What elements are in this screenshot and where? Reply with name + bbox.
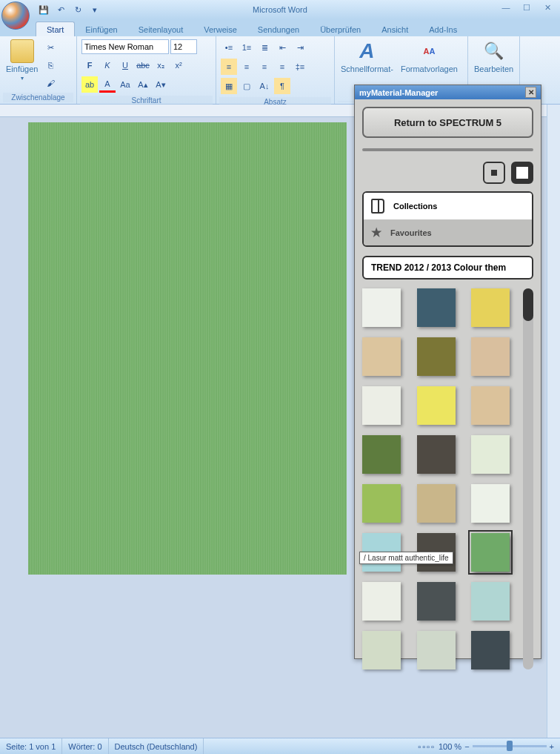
change-case-button[interactable]: Aa — [117, 76, 133, 93]
panel-close-button[interactable]: ✕ — [525, 87, 536, 98]
swatch-17[interactable] — [471, 533, 510, 572]
justify-button[interactable]: ≡ — [274, 59, 290, 75]
subscript-button[interactable]: x₂ — [153, 57, 169, 73]
document-page[interactable] — [28, 122, 347, 575]
swatch-23[interactable] — [471, 631, 510, 669]
format-painter-icon[interactable]: 🖌 — [42, 75, 59, 91]
swatch-3[interactable] — [362, 337, 401, 376]
swatch-9[interactable] — [362, 435, 401, 474]
line-spacing-button[interactable]: ‡≡ — [292, 59, 308, 75]
collection-title[interactable]: TREND 2012 / 2013 Colour them — [362, 256, 533, 280]
minimize-button[interactable]: — — [496, 1, 516, 13]
swatch-22[interactable] — [417, 631, 456, 669]
font-color-button[interactable]: A — [99, 76, 116, 93]
collections-tab[interactable]: Collections — [364, 193, 532, 219]
status-language[interactable]: Deutsch (Deutschland) — [109, 738, 204, 754]
bullets-button[interactable]: •≡ — [221, 39, 237, 56]
bold-button[interactable]: F — [81, 57, 98, 73]
zoom-in-button[interactable]: + — [550, 742, 554, 751]
undo-icon[interactable]: ↶ — [53, 1, 69, 18]
tab-seitenlayout[interactable]: Seitenlayout — [128, 22, 194, 36]
close-button[interactable]: ✕ — [538, 1, 557, 13]
change-styles-button[interactable]: AA Formatvorlagen — [398, 38, 461, 75]
underline-button[interactable]: U — [117, 57, 133, 73]
tab-verweise[interactable]: Verweise — [193, 22, 247, 36]
zoom-slider-thumb[interactable] — [507, 741, 513, 751]
swatch-2[interactable] — [471, 288, 510, 327]
swatch-12[interactable] — [362, 484, 401, 523]
redo-icon[interactable]: ↻ — [70, 1, 86, 18]
font-size-select[interactable] — [170, 39, 197, 54]
swatch-5[interactable] — [471, 337, 510, 376]
vertical-scrollbar[interactable] — [547, 105, 560, 738]
paste-label: Einfügen — [6, 65, 38, 73]
paste-icon — [10, 39, 34, 63]
mymaterial-panel: myMaterial-Manager ✕ Return to SPECTRUM … — [354, 85, 541, 659]
change-styles-label: Formatvorlagen — [401, 65, 458, 73]
tab-einfugen[interactable]: Einfügen — [75, 22, 127, 36]
quick-styles-button[interactable]: A Schnellformat- — [338, 38, 396, 75]
swatch-7[interactable] — [417, 386, 456, 425]
view-small-button[interactable] — [483, 162, 505, 184]
align-right-button[interactable]: ≡ — [256, 59, 273, 75]
save-icon[interactable]: 💾 — [36, 1, 52, 18]
view-buttons-icon[interactable]: ▫▫▫▫ — [418, 742, 436, 751]
swatch-scroll-thumb[interactable] — [523, 288, 533, 321]
editing-button[interactable]: 🔍 Bearbeiten — [471, 38, 516, 75]
swatch-14[interactable] — [471, 484, 510, 523]
tab-sendungen[interactable]: Sendungen — [247, 22, 310, 36]
swatch-0[interactable] — [362, 288, 401, 327]
swatch-scrollbar[interactable] — [523, 288, 533, 669]
swatch-6[interactable] — [362, 386, 401, 425]
copy-icon[interactable]: ⎘ — [42, 57, 59, 73]
font-family-select[interactable] — [81, 39, 169, 54]
italic-button[interactable]: K — [99, 57, 116, 73]
status-words[interactable]: Wörter: 0 — [62, 738, 108, 754]
swatch-19[interactable] — [417, 582, 456, 621]
multilevel-button[interactable]: ≣ — [256, 39, 273, 56]
increase-indent-button[interactable]: ⇥ — [292, 39, 308, 56]
paste-button[interactable]: Einfügen ▾ — [3, 38, 41, 83]
swatch-13[interactable] — [417, 484, 456, 523]
swatch-18[interactable] — [362, 582, 401, 621]
cut-icon[interactable]: ✂ — [42, 39, 59, 56]
swatch-8[interactable] — [471, 386, 510, 425]
shrink-font-button[interactable]: A▾ — [153, 76, 169, 93]
favourites-tab[interactable]: ★ Favourites — [364, 219, 532, 245]
zoom-slider[interactable] — [473, 745, 547, 747]
swatch-11[interactable] — [471, 435, 510, 474]
maximize-button[interactable]: ☐ — [517, 1, 536, 13]
change-styles-icon: AA — [417, 39, 441, 63]
return-button[interactable]: Return to SPECTRUM 5 — [362, 107, 533, 138]
tab-uberprufen[interactable]: Überprüfen — [310, 22, 371, 36]
strike-button[interactable]: abc — [135, 57, 151, 73]
highlight-button[interactable]: ab — [81, 76, 98, 93]
star-icon: ★ — [371, 225, 381, 239]
tab-addins[interactable]: Add-Ins — [419, 22, 467, 36]
tab-ansicht[interactable]: Ansicht — [371, 22, 419, 36]
swatch-grid — [362, 288, 516, 669]
tab-start[interactable]: Start — [36, 22, 75, 36]
zoom-out-button[interactable]: − — [464, 742, 469, 751]
office-button[interactable] — [1, 1, 30, 30]
show-marks-button[interactable]: ¶ — [274, 78, 290, 94]
qat-dropdown-icon[interactable]: ▾ — [87, 1, 103, 18]
align-left-button[interactable]: ≡ — [221, 59, 237, 75]
swatch-4[interactable] — [417, 337, 456, 376]
grow-font-button[interactable]: A▴ — [135, 76, 151, 93]
status-page[interactable]: Seite: 1 von 1 — [0, 738, 62, 754]
view-large-button[interactable] — [511, 162, 533, 184]
swatch-20[interactable] — [471, 582, 510, 621]
shading-button[interactable]: ▦ — [221, 78, 237, 94]
decrease-indent-button[interactable]: ⇤ — [274, 39, 290, 56]
align-center-button[interactable]: ≡ — [239, 59, 255, 75]
zoom-level[interactable]: 100 % — [439, 742, 461, 751]
numbering-button[interactable]: 1≡ — [239, 39, 255, 56]
swatch-10[interactable] — [417, 435, 456, 474]
swatch-1[interactable] — [417, 288, 456, 327]
swatch-21[interactable] — [362, 631, 401, 669]
superscript-button[interactable]: x² — [170, 57, 187, 73]
borders-button[interactable]: ▢ — [239, 78, 255, 94]
panel-titlebar[interactable]: myMaterial-Manager ✕ — [355, 85, 541, 99]
sort-button[interactable]: A↓ — [256, 78, 273, 94]
